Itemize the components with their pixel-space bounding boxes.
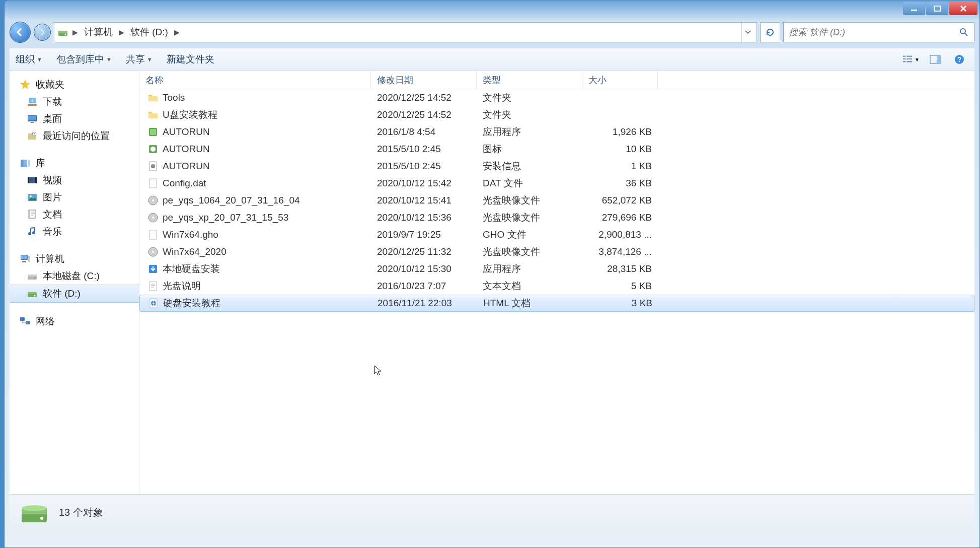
sidebar-item-pictures[interactable]: 图片 [10,189,139,206]
include-label: 包含到库中 [56,53,104,66]
file-type: DAT 文件 [477,177,582,190]
organize-menu[interactable]: 组织▼ [16,53,42,66]
column-date-header[interactable]: 修改日期 [371,71,477,89]
status-bar: 13 个对象 [10,494,974,530]
sidebar-favorites-header[interactable]: 收藏夹 [10,76,139,93]
file-date: 2019/9/7 19:25 [371,229,477,240]
sidebar-label: 图片 [43,191,62,204]
share-menu[interactable]: 共享▼ [126,53,153,66]
include-library-menu[interactable]: 包含到库中▼ [56,53,112,66]
file-row[interactable]: Config.dat2020/10/12 15:42DAT 文件36 KB [139,175,974,192]
sidebar-item-videos[interactable]: 视频 [10,172,139,189]
file-type: HTML 文档 [477,297,583,310]
chevron-right-icon[interactable]: ▶ [173,28,181,36]
file-row[interactable]: Tools2020/12/25 14:52文件夹 [139,89,974,106]
file-row[interactable]: Win7x64.gho2019/9/7 19:25GHO 文件2,900,813… [139,226,974,243]
file-type: GHO 文件 [477,228,582,241]
svg-point-4 [65,34,66,35]
file-name: Win7x64.gho [163,229,218,240]
address-dropdown[interactable] [741,23,753,42]
file-row[interactable]: 光盘说明2016/10/23 7:07文本文档5 KB [139,278,974,295]
sidebar-label: 库 [36,157,45,170]
chevron-down-icon: ▼ [915,57,920,62]
network-icon [20,316,31,327]
svg-rect-11 [907,61,912,62]
file-row[interactable]: Win7x64_20202020/12/25 11:32光盘映像文件3,874,… [139,243,974,260]
search-box[interactable] [783,22,974,42]
file-row[interactable]: AUTORUN2015/5/10 2:45安装信息1 KB [139,158,974,175]
svg-rect-1 [934,6,940,11]
sidebar-item-downloads[interactable]: 下载 [10,93,139,110]
titlebar [5,1,979,17]
svg-rect-60 [149,230,157,239]
file-name: AUTORUN [163,161,210,172]
maximize-button[interactable] [926,2,948,15]
file-type-icon [147,246,159,257]
column-headers: 名称 修改日期 类型 大小 [139,71,974,89]
file-type-icon [147,178,159,189]
file-row[interactable]: pe_yqs_1064_20_07_31_16_042020/10/12 15:… [139,192,974,209]
forward-button[interactable] [34,24,51,41]
file-type-icon [147,212,159,223]
sidebar-item-recent[interactable]: 最近访问的位置 [10,127,139,145]
file-type: 文件夹 [477,108,582,121]
file-row[interactable]: pe_yqs_xp_20_07_31_15_532020/10/12 15:36… [139,209,974,226]
close-button[interactable] [949,2,977,15]
drive-icon [27,270,38,282]
drive-icon [57,27,68,38]
column-label: 名称 [145,74,164,86]
column-type-header[interactable]: 类型 [477,71,582,89]
newfolder-label: 新建文件夹 [167,53,214,66]
svg-rect-6 [903,56,906,57]
file-rows-container[interactable]: Tools2020/12/25 14:52文件夹U盘安装教程2020/12/25… [139,89,974,494]
file-row[interactable]: U盘安装教程2020/12/25 14:52文件夹 [139,106,974,123]
chevron-right-icon[interactable]: ▶ [118,28,125,36]
minimize-button[interactable] [903,2,925,15]
breadcrumb-item[interactable]: 软件 (D:) [128,26,170,39]
sidebar-computer-header[interactable]: 计算机 [10,250,139,267]
svg-rect-19 [28,116,36,120]
file-row[interactable]: 硬盘安装教程2016/11/21 22:03HTML 文档3 KB [139,295,974,312]
sidebar-label: 文档 [43,208,62,221]
refresh-button[interactable] [760,22,780,42]
chevron-down-icon: ▼ [106,56,112,62]
sidebar-libraries-header[interactable]: 库 [10,155,139,172]
view-options-button[interactable]: ▼ [902,52,920,67]
svg-text:?: ? [957,55,962,63]
file-size: 28,315 KB [582,263,658,275]
file-row[interactable]: AUTORUN2015/5/10 2:45图标10 KB [139,141,974,158]
svg-rect-28 [35,177,37,183]
svg-rect-3 [58,31,67,33]
new-folder-button[interactable]: 新建文件夹 [167,53,214,66]
sidebar-label: 本地磁盘 (C:) [43,269,100,283]
svg-rect-55 [149,179,157,188]
sidebar-item-documents[interactable]: 文档 [10,206,139,223]
column-name-header[interactable]: 名称 [139,71,371,89]
sidebar-item-music[interactable]: 音乐 [10,223,139,240]
svg-rect-38 [22,261,26,262]
svg-rect-0 [911,10,917,11]
file-row[interactable]: AUTORUN2016/1/8 4:54应用程序1,926 KB [139,123,974,141]
column-size-header[interactable]: 大小 [582,71,658,89]
back-button[interactable] [10,22,31,43]
sidebar-item-desktop[interactable]: 桌面 [10,110,139,127]
file-row[interactable]: 本地硬盘安装2020/10/12 15:30应用程序28,315 KB [139,260,974,278]
svg-rect-50 [150,129,156,135]
address-bar[interactable]: ▶ 计算机 ▶ 软件 (D:) ▶ [54,22,757,42]
share-label: 共享 [126,53,145,66]
svg-point-41 [34,278,36,279]
chevron-right-icon[interactable]: ▶ [71,28,79,36]
file-date: 2015/5/10 2:45 [371,144,477,155]
sidebar-item-drive-d[interactable]: 软件 (D:) [10,285,139,303]
search-input[interactable] [789,27,959,38]
sidebar-network-header[interactable]: 网络 [10,313,139,330]
preview-pane-button[interactable] [926,52,944,67]
file-name: Win7x64_2020 [163,246,227,257]
sidebar-item-drive-c[interactable]: 本地磁盘 (C:) [10,267,139,285]
file-type: 应用程序 [477,262,582,276]
sidebar-label: 音乐 [43,225,62,238]
svg-rect-36 [21,255,27,259]
breadcrumb-item[interactable]: 计算机 [82,26,115,39]
help-button[interactable]: ? [950,52,968,67]
file-type: 安装信息 [477,160,582,173]
